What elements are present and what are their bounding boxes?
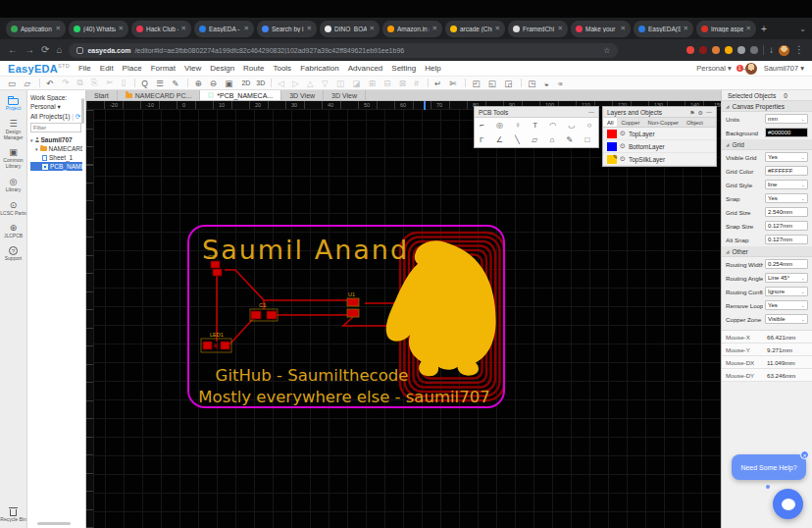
menu-setting[interactable]: Setting [391,64,416,73]
browser-tab[interactable]: Search by i✕ [257,21,317,37]
layers-tab-object[interactable]: Object [683,118,707,127]
extensions-puzzle-icon[interactable] [750,46,758,54]
file-tools-icons[interactable]: ▭ ▱ [8,79,33,88]
view-3d-button[interactable]: 3D [256,79,265,86]
units-select[interactable]: mm⌄ [765,114,808,124]
browser-tab[interactable]: Hack Club -✕ [131,21,191,37]
layers-tab-copper[interactable]: Copper [617,118,643,127]
bookmark-star-icon[interactable]: ☆ [603,46,610,55]
extension-icon[interactable] [725,46,733,54]
doc-tab-pcb-active[interactable]: *PCB_NAMECA... [200,90,281,100]
browser-tab[interactable]: arcade (Chr✕ [445,21,505,37]
tree-project-row[interactable]: ▾NAMECARD F [30,144,82,153]
extension-icon[interactable] [712,46,720,54]
layers-tab-all[interactable]: All [603,118,617,127]
component-LED1[interactable]: LED1 [201,332,231,352]
layer-row-topsilk-active[interactable]: ✎ ⊙ TopSilkLayer [603,153,716,166]
misc-tools-icons[interactable]: ◳ ◒ ∝ [528,79,566,88]
all-projects-row[interactable]: All Projects(1) | ⟳ [30,113,82,121]
gear-icon[interactable]: ⚙ [698,109,703,116]
workspace-dropdown[interactable]: Personal ▾ [696,64,731,73]
url-bar[interactable]: easyeda.com /editor#id=ae3fbb0802274a199… [69,43,618,58]
component-U1[interactable]: U1 [347,291,359,317]
grid-size-input[interactable]: 2.540mm [765,207,808,217]
username-dropdown[interactable]: Saumil707 ▾ [764,64,804,73]
tab-close-icon[interactable]: ✕ [684,25,688,32]
pcb-tools-row-2[interactable]: Γ ∠ ╲ ▱ ⌂ ✎ □ ⊠ ◫ [475,132,598,147]
tab-close-icon[interactable]: ✕ [495,25,500,32]
view-tools-icons[interactable]: Q ☰ ✎ [141,79,181,88]
menu-file[interactable]: File [78,64,91,73]
browser-tab[interactable]: Amazon.in (✕ [382,21,442,37]
sidebar-item-common-library[interactable]: ▣Common Library [0,145,27,172]
alt-snap-input[interactable]: 0.127mm [765,235,808,244]
section-grid[interactable]: ◢Grid [722,139,812,150]
reload-icon[interactable]: ⟳ [41,45,49,55]
back-icon[interactable]: ← [8,45,18,55]
menu-place[interactable]: Place [123,64,142,73]
tab-close-icon[interactable]: ✕ [56,25,61,32]
home-icon[interactable]: ⌂ [56,45,62,55]
forward-icon[interactable]: → [25,45,34,55]
grid-style-select[interactable]: line⌄ [765,180,808,189]
tab-close-icon[interactable]: ✕ [181,25,186,32]
silk-contact-text[interactable]: Mostly everywhere else - saumil707 [198,388,489,406]
visible-grid-select[interactable]: Yes⌄ [765,152,808,162]
layer-row-bottom[interactable]: ⊙ BottomLayer [603,140,716,153]
silk-github-text[interactable]: GitHub - Saumilthecode [216,366,409,385]
help-bubble[interactable]: Need Some Help? ✕ [732,454,806,480]
routing-conflict-select[interactable]: Ignore⌄ [765,287,808,296]
site-info-icon[interactable] [76,47,83,54]
menu-design[interactable]: Design [210,64,234,73]
component-C1[interactable]: C1 [250,302,278,321]
help-close-icon[interactable]: ✕ [800,450,809,459]
menu-tools[interactable]: Tools [273,64,291,73]
menu-advanced[interactable]: Advanced [348,64,383,73]
tree-sheet-row[interactable]: Sheet_1 [30,153,82,162]
browser-tab[interactable]: (40) WhatsA✕ [69,21,128,37]
zoom-tools-icons[interactable]: ⊕ ⊖ ▣ [194,79,235,88]
tab-close-icon[interactable]: ✕ [119,25,124,32]
edit-tools-icons[interactable]: ↷ ⧉ ⎘ ✂ ▯ [62,78,128,88]
browser-profile-avatar[interactable] [779,45,789,56]
filter-input[interactable] [30,123,81,132]
routing-angle-select[interactable]: Line 45°⌄ [765,273,808,283]
extension-icon[interactable] [699,46,707,54]
browser-tab[interactable]: FramedChi✕ [508,21,568,37]
menu-edit[interactable]: Edit [100,64,114,73]
workspace-vertical-scrollbar[interactable] [81,98,84,124]
layers-tab-noncopper[interactable]: Non-Copper [643,118,683,127]
tab-close-icon[interactable]: ✕ [370,25,375,32]
browser-menu-dots-icon[interactable]: ⋮ [794,45,804,55]
tab-close-icon[interactable]: ✕ [307,25,312,32]
browser-tab[interactable]: Image aspe✕ [696,21,756,37]
tab-close-icon[interactable]: ✕ [621,25,626,32]
snap-select[interactable]: Yes⌄ [765,193,808,203]
sidebar-item-jlcpcb[interactable]: ⊛JLCPCB [0,221,27,241]
undo-icon[interactable]: ↶ [46,79,56,88]
menu-view[interactable]: View [184,64,201,73]
browser-tab[interactable]: EasyEDA - (✕ [194,21,254,37]
section-other[interactable]: ◢Other [722,246,812,257]
sidebar-item-project[interactable]: Project [0,94,27,114]
minimize-icon[interactable]: — [706,109,712,116]
eye-icon[interactable]: ⊙ [620,130,626,137]
view-2d-button[interactable]: 2D [241,79,250,86]
doc-tab-schematic[interactable]: NAMECARD PC... [118,90,201,100]
tab-close-icon[interactable]: ✕ [432,25,437,32]
section-canvas-properties[interactable]: ◢Canvas Properties [722,101,812,112]
minimize-icon[interactable]: — [588,109,594,115]
align-tools-icons[interactable]: ◁ ▷ △ ▽ ◫ ◪ ⊞ ⊟ ⊠ # [278,79,422,88]
browser-tab[interactable]: Make your✕ [571,21,631,37]
extension-icon[interactable] [737,46,745,54]
pcb-tools-row-1[interactable]: ⌐ ◎ ♀ T ◠ ◡ ○ ✚ ✕ ▣ [475,118,598,132]
workspace-horizontal-scrollbar[interactable] [37,522,71,525]
sidebar-item-library[interactable]: ◎Library [0,175,27,195]
copper-zone-select[interactable]: Visible⌄ [765,314,808,324]
workspace-scope-dropdown[interactable]: Personal ▾ [30,103,82,111]
pcb-tools-titlebar[interactable]: PCB Tools — [475,107,598,118]
eye-icon[interactable]: ⊙ [620,155,626,163]
layer-color-swatch[interactable] [607,142,617,151]
user-avatar[interactable] [745,63,757,75]
layer-view-icons[interactable]: ◰ ◱ ◲ [472,79,515,88]
